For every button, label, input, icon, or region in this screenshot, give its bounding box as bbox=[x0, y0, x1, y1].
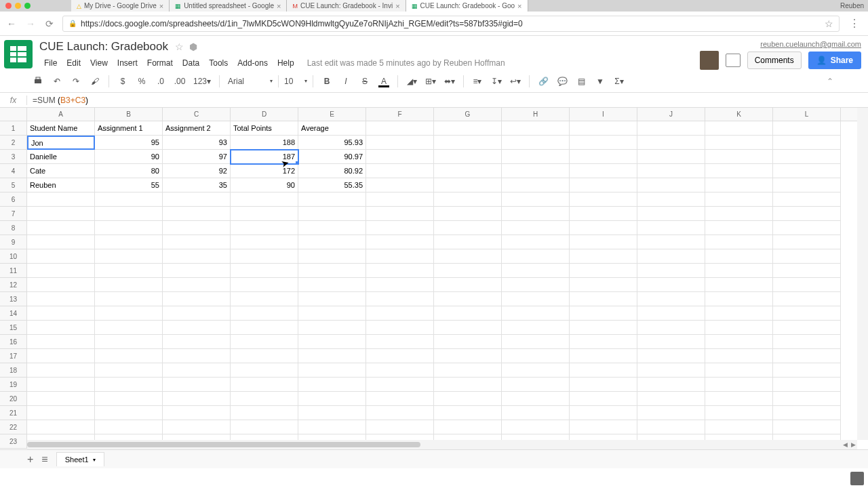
cell[interactable] bbox=[705, 178, 773, 192]
cell[interactable] bbox=[298, 392, 366, 406]
row-header[interactable]: 10 bbox=[0, 249, 27, 264]
cell[interactable] bbox=[27, 306, 95, 321]
cell[interactable]: Danielle bbox=[27, 150, 95, 164]
cell[interactable] bbox=[502, 378, 570, 392]
row-header[interactable]: 20 bbox=[0, 392, 27, 406]
close-tab-icon[interactable]: × bbox=[517, 2, 521, 10]
select-all-corner[interactable] bbox=[0, 108, 27, 121]
cell[interactable] bbox=[27, 192, 95, 207]
cell[interactable] bbox=[298, 349, 366, 363]
cell[interactable] bbox=[366, 363, 434, 378]
cell[interactable] bbox=[231, 207, 298, 221]
cell[interactable]: Average bbox=[298, 121, 366, 136]
reload-button[interactable]: ⟳ bbox=[43, 18, 56, 30]
cell[interactable] bbox=[705, 150, 773, 164]
cell[interactable] bbox=[570, 221, 637, 235]
cell[interactable] bbox=[773, 221, 841, 235]
cell[interactable] bbox=[570, 278, 637, 292]
cell[interactable] bbox=[298, 235, 366, 249]
cell[interactable] bbox=[502, 221, 570, 235]
cell[interactable] bbox=[502, 192, 570, 207]
cell[interactable] bbox=[705, 392, 773, 406]
cell[interactable] bbox=[366, 264, 434, 278]
cell[interactable] bbox=[502, 349, 570, 363]
cell[interactable] bbox=[502, 136, 570, 150]
cell[interactable] bbox=[434, 378, 502, 392]
cell[interactable] bbox=[95, 406, 163, 420]
cell[interactable] bbox=[502, 335, 570, 349]
cell[interactable] bbox=[366, 207, 434, 221]
row-header[interactable]: 23 bbox=[0, 434, 27, 449]
browser-tab[interactable]: ▦Untitled spreadsheet - Google× bbox=[170, 0, 287, 12]
cell[interactable] bbox=[298, 420, 366, 434]
cell[interactable] bbox=[298, 321, 366, 335]
cell[interactable] bbox=[773, 136, 841, 150]
cell[interactable] bbox=[366, 235, 434, 249]
cell[interactable] bbox=[366, 406, 434, 420]
cell[interactable] bbox=[502, 121, 570, 136]
cell[interactable] bbox=[705, 235, 773, 249]
cell[interactable]: 188 bbox=[231, 136, 298, 150]
cell[interactable] bbox=[502, 392, 570, 406]
column-header[interactable]: I bbox=[570, 108, 637, 121]
merge-cells-icon[interactable]: ⬌▾ bbox=[441, 73, 458, 89]
cell[interactable]: 93 bbox=[163, 136, 231, 150]
cell[interactable] bbox=[502, 306, 570, 321]
cell[interactable] bbox=[27, 235, 95, 249]
cell[interactable] bbox=[637, 406, 705, 420]
cell[interactable] bbox=[570, 150, 637, 164]
formula-input[interactable]: =SUM (B3+C3) bbox=[27, 96, 88, 105]
cell[interactable] bbox=[366, 192, 434, 207]
collaborator-avatar[interactable] bbox=[700, 51, 719, 70]
cell[interactable] bbox=[570, 249, 637, 264]
cell[interactable] bbox=[705, 406, 773, 420]
cell[interactable] bbox=[502, 363, 570, 378]
cell[interactable] bbox=[298, 306, 366, 321]
row-header[interactable]: 12 bbox=[0, 278, 27, 292]
cell[interactable]: 35 bbox=[163, 178, 231, 192]
cell[interactable] bbox=[773, 192, 841, 207]
cell[interactable] bbox=[163, 221, 231, 235]
cell[interactable] bbox=[231, 321, 298, 335]
cell[interactable] bbox=[163, 207, 231, 221]
cell[interactable] bbox=[95, 321, 163, 335]
cell[interactable] bbox=[434, 249, 502, 264]
cell[interactable] bbox=[773, 207, 841, 221]
cell[interactable] bbox=[773, 392, 841, 406]
cell[interactable] bbox=[231, 192, 298, 207]
horizontal-scrollbar[interactable]: ◀▶ bbox=[27, 440, 857, 449]
cell[interactable] bbox=[95, 207, 163, 221]
cell[interactable]: 55.35 bbox=[298, 178, 366, 192]
cell[interactable] bbox=[231, 349, 298, 363]
column-header[interactable]: H bbox=[502, 108, 570, 121]
cell[interactable] bbox=[95, 335, 163, 349]
cell[interactable] bbox=[163, 321, 231, 335]
cell[interactable] bbox=[163, 249, 231, 264]
close-window-icon[interactable] bbox=[5, 3, 12, 9]
text-wrap-icon[interactable]: ↩▾ bbox=[507, 73, 524, 89]
row-header[interactable]: 21 bbox=[0, 406, 27, 420]
cell[interactable] bbox=[434, 207, 502, 221]
redo-icon[interactable]: ↷ bbox=[68, 73, 84, 89]
cell[interactable] bbox=[366, 420, 434, 434]
decrease-decimal-icon[interactable]: .0 bbox=[153, 73, 169, 89]
number-format-menu[interactable]: 123▾ bbox=[191, 73, 214, 89]
cell[interactable] bbox=[637, 378, 705, 392]
cell[interactable] bbox=[298, 192, 366, 207]
back-button[interactable]: ← bbox=[5, 18, 18, 30]
cell[interactable] bbox=[434, 264, 502, 278]
cell[interactable] bbox=[366, 249, 434, 264]
cell[interactable] bbox=[570, 207, 637, 221]
column-header[interactable]: C bbox=[163, 108, 231, 121]
cell[interactable] bbox=[298, 278, 366, 292]
cell[interactable] bbox=[637, 349, 705, 363]
cell[interactable] bbox=[434, 406, 502, 420]
cell[interactable]: 97 bbox=[163, 150, 231, 164]
menu-edit[interactable]: Edit bbox=[62, 56, 85, 70]
cell[interactable] bbox=[434, 363, 502, 378]
cell[interactable] bbox=[434, 235, 502, 249]
cell[interactable] bbox=[434, 121, 502, 136]
cell[interactable] bbox=[637, 192, 705, 207]
cell[interactable] bbox=[705, 378, 773, 392]
cell[interactable] bbox=[231, 420, 298, 434]
